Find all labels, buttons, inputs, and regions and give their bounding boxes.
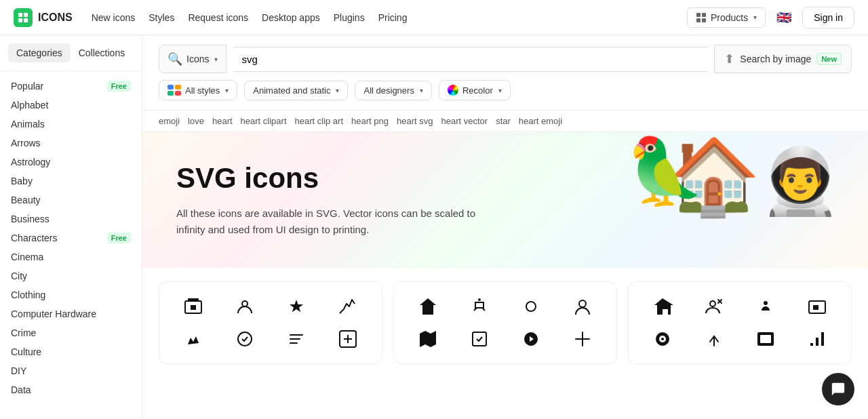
- search-area: 🔍 Icons ▾ ⬆ Search by image New: [142, 35, 868, 111]
- products-button[interactable]: Products ▾: [687, 7, 766, 28]
- upload-icon: ⬆: [724, 52, 734, 66]
- sign-in-button[interactable]: Sign in: [802, 7, 854, 28]
- nav-request-icons[interactable]: Request icons: [188, 12, 248, 23]
- tag-heart-emoji[interactable]: heart emoji: [519, 116, 562, 126]
- tags-row: emoji love heart heart clipart heart cli…: [142, 111, 868, 132]
- header: ICONS New icons Styles Request icons Des…: [0, 0, 868, 35]
- sidebar-item-city[interactable]: City: [0, 266, 142, 285]
- icons-type-icon: 🔍: [167, 52, 182, 66]
- svg-point-15: [579, 300, 586, 307]
- filter-all-styles[interactable]: All styles ▾: [159, 80, 237, 100]
- svg-rect-3: [24, 18, 28, 22]
- sidebar-item-data[interactable]: Data: [0, 380, 142, 399]
- sidebar-item-culture[interactable]: Culture: [0, 342, 142, 361]
- svg-point-17: [710, 301, 715, 306]
- tab-categories[interactable]: Categories: [8, 43, 71, 62]
- sidebar-item-crime[interactable]: Crime: [0, 323, 142, 342]
- icon-cell: [173, 328, 214, 350]
- tag-heart-clip-art[interactable]: heart clip art: [295, 116, 344, 126]
- language-flag-icon[interactable]: 🇬🇧: [776, 10, 791, 25]
- icon-cell: [328, 296, 368, 317]
- icon-card-1[interactable]: [159, 281, 382, 364]
- svg-rect-16: [473, 332, 486, 346]
- tag-heart-clipart[interactable]: heart clipart: [241, 116, 287, 126]
- icons-type-dropdown[interactable]: 🔍 Icons ▾: [159, 45, 226, 73]
- nav-styles[interactable]: Styles: [149, 12, 174, 23]
- sidebar: Categories Collections Popular Free Alph…: [0, 35, 142, 419]
- styles-grid-icon: [167, 85, 181, 96]
- nav-pricing[interactable]: Pricing: [378, 12, 408, 23]
- parrot-icon: 🦜: [625, 139, 705, 203]
- tag-star[interactable]: star: [496, 116, 511, 126]
- svg-rect-10: [188, 298, 199, 302]
- filter-animation[interactable]: Animated and static ▾: [244, 81, 348, 100]
- chat-button[interactable]: [822, 373, 854, 405]
- sidebar-item-popular[interactable]: Popular Free: [0, 77, 142, 96]
- icon-cell: [745, 296, 786, 317]
- hero-images: 🏠 🦜 👨‍🚀: [667, 139, 841, 214]
- color-circle-icon: [448, 85, 458, 96]
- page-layout: Categories Collections Popular Free Alph…: [0, 35, 868, 419]
- icon-card-2[interactable]: [393, 281, 617, 364]
- chat-icon: [831, 382, 846, 397]
- icons-dropdown-chevron: ▾: [214, 56, 218, 63]
- nav-desktop-apps[interactable]: Desktop apps: [262, 12, 320, 23]
- styles-chevron-icon: ▾: [225, 87, 229, 94]
- sidebar-item-cinema[interactable]: Cinema: [0, 247, 142, 266]
- sidebar-item-computer-hardware[interactable]: Computer Hardware: [0, 304, 142, 323]
- icon-cell: [276, 328, 317, 350]
- icon-cell: [328, 328, 368, 350]
- hero-title: SVG icons: [176, 162, 488, 195]
- hero-banner: SVG icons All these icons are available …: [142, 132, 868, 268]
- sidebar-item-diy[interactable]: DIY: [0, 361, 142, 380]
- new-badge: New: [816, 53, 842, 65]
- sidebar-item-animals[interactable]: Animals: [0, 115, 142, 134]
- logo[interactable]: ICONS: [14, 8, 73, 27]
- icon-cell: [562, 296, 603, 317]
- tag-emoji[interactable]: emoji: [159, 116, 180, 126]
- icon-card-3[interactable]: [628, 281, 852, 364]
- sidebar-item-baby[interactable]: Baby: [0, 172, 142, 191]
- search-by-image-button[interactable]: ⬆ Search by image New: [714, 45, 852, 73]
- filter-recolor[interactable]: Recolor ▾: [439, 80, 511, 100]
- svg-rect-0: [18, 13, 22, 17]
- svg-rect-7: [702, 18, 706, 22]
- nav-new-icons[interactable]: New icons: [92, 12, 136, 23]
- svg-point-12: [238, 332, 252, 346]
- tag-heart-svg[interactable]: heart svg: [397, 116, 433, 126]
- svg-point-22: [661, 338, 664, 340]
- svg-rect-2: [18, 18, 22, 22]
- nav-plugins[interactable]: Plugins: [334, 12, 365, 23]
- tag-heart[interactable]: heart: [212, 116, 233, 126]
- icon-cards-grid: [142, 268, 868, 378]
- svg-rect-6: [696, 18, 701, 22]
- search-input-wrapper: [233, 47, 707, 72]
- icon-cell: [694, 296, 734, 317]
- svg-rect-24: [760, 335, 771, 343]
- nav-links: New icons Styles Request icons Desktop a…: [92, 12, 668, 23]
- tag-heart-vector[interactable]: heart vector: [441, 116, 488, 126]
- logo-text: ICONS: [38, 12, 73, 24]
- filter-designers[interactable]: All designers ▾: [355, 81, 431, 100]
- sidebar-item-business[interactable]: Business: [0, 210, 142, 228]
- sidebar-item-alphabet[interactable]: Alphabet: [0, 96, 142, 115]
- icon-cell: [694, 328, 734, 350]
- animation-chevron-icon: ▾: [336, 87, 339, 94]
- svg-point-14: [478, 298, 481, 301]
- icon-cell: [642, 328, 683, 350]
- sidebar-item-clothing[interactable]: Clothing: [0, 285, 142, 304]
- sidebar-item-beauty[interactable]: Beauty: [0, 191, 142, 210]
- icon-cell: [459, 328, 500, 350]
- tab-collections[interactable]: Collections: [71, 43, 133, 62]
- tag-love[interactable]: love: [188, 116, 204, 126]
- icon-grid-1: [173, 296, 368, 350]
- search-input[interactable]: [241, 54, 699, 65]
- sidebar-item-characters[interactable]: Characters Free: [0, 228, 142, 247]
- sidebar-item-astrology[interactable]: Astrology: [0, 153, 142, 172]
- sidebar-item-arrows[interactable]: Arrows: [0, 134, 142, 153]
- icon-cell: [224, 296, 265, 317]
- tag-heart-png[interactable]: heart png: [351, 116, 389, 126]
- svg-rect-4: [696, 13, 701, 17]
- designers-chevron-icon: ▾: [420, 87, 423, 94]
- icon-cell: [408, 328, 448, 350]
